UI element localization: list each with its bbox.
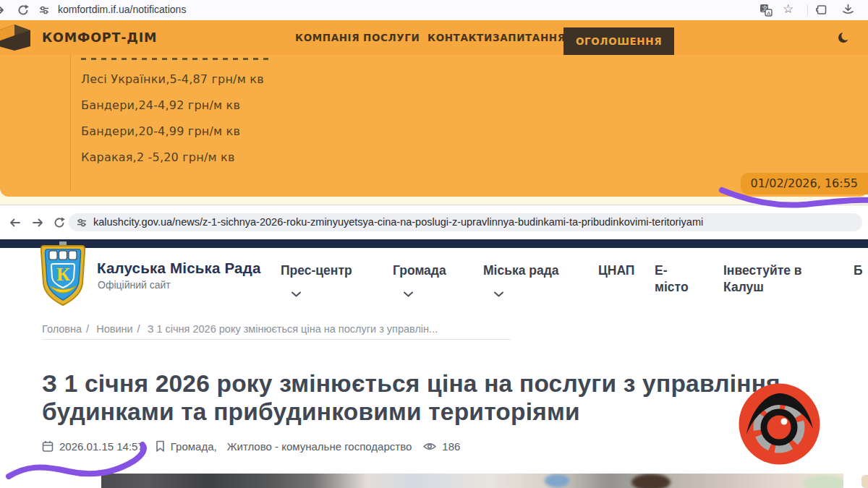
- breadcrumb-home[interactable]: Головна: [42, 323, 82, 335]
- kalush-top-strip: [0, 239, 868, 248]
- breadcrumb-separator: /: [137, 323, 140, 335]
- breadcrumb-separator: /: [86, 323, 89, 335]
- photo-thumbnail-sliver: [861, 475, 868, 488]
- translate-icon[interactable]: 文A: [760, 4, 773, 17]
- site-subtitle: Офіційний сайт: [98, 279, 171, 291]
- reload-icon[interactable]: [54, 217, 65, 228]
- nav-e-misto[interactable]: Е-місто: [655, 262, 694, 296]
- bookmark-icon: [156, 440, 165, 453]
- address-bar-url[interactable]: kalushcity.gov.ua/news/z-1-sichnya-2026-…: [93, 216, 703, 228]
- photo-blur: [101, 474, 843, 488]
- notifications-panel: Лесі Українки,5-4,87 грн/м кв Бандери,24…: [0, 55, 868, 197]
- views-eye-icon: [423, 442, 436, 451]
- download-icon[interactable]: [842, 4, 854, 16]
- calendar-icon: [42, 440, 54, 453]
- notification-line: Лесі Українки,5-4,87 грн/м кв: [81, 72, 264, 86]
- notification-line: Бандери,24-4,92 грн/м кв: [81, 98, 240, 112]
- site-info-icon[interactable]: [77, 218, 87, 228]
- breadcrumb-news[interactable]: Новини: [96, 323, 132, 335]
- nav-poslugy[interactable]: ПОСЛУГИ: [363, 20, 420, 55]
- reload-icon[interactable]: [17, 4, 29, 16]
- dark-mode-moon-icon[interactable]: [838, 31, 851, 44]
- komfortdim-brand[interactable]: КОМФОРТ-ДІМ: [42, 20, 157, 55]
- article-date: 2026.01.15 14:57: [59, 440, 144, 453]
- breadcrumb-current: З 1 січня 2026 року змінюється ціна на п…: [148, 323, 438, 335]
- breadcrumb-underline: [42, 339, 511, 340]
- back-arrow-icon[interactable]: [9, 217, 21, 228]
- article-tag[interactable]: Громада,: [171, 440, 217, 453]
- nav-ogoloshennya-active[interactable]: ОГОЛОШЕННЯ: [563, 27, 674, 55]
- article-photo-banknotes: [101, 474, 843, 488]
- chevron-down-icon: [291, 287, 302, 300]
- screenshot-stage: komfortdim.if.ua/notifications 文A ☆ КОМФ…: [0, 0, 868, 488]
- komfortdim-header: КОМФОРТ-ДІМ КОМПАНІЯ ПОСЛУГИ КОНТАКТИ ЗА…: [0, 20, 868, 55]
- breadcrumb: Головна/ Новини/ З 1 січня 2026 року змі…: [42, 323, 442, 335]
- notification-line: Каракая,2 -5,20 грн/м кв: [81, 150, 235, 164]
- address-bar-url[interactable]: komfortdim.if.ua/notifications: [58, 4, 186, 15]
- forward-arrow-partial-icon[interactable]: [0, 4, 7, 16]
- chevron-down-icon: [493, 287, 504, 300]
- extensions-icon[interactable]: [815, 4, 827, 16]
- svg-text:A: A: [767, 10, 771, 17]
- nav-zapytannya[interactable]: ЗАПИТАННЯ: [493, 20, 566, 55]
- nav-investuyte[interactable]: Інвестуйте в Калуш: [723, 262, 810, 296]
- browser-toolbar-1: komfortdim.if.ua/notifications 文A ☆: [0, 0, 868, 20]
- komfortdim-logo-icon[interactable]: [0, 24, 33, 51]
- clipped-text-remnant: [81, 58, 273, 60]
- notification-timestamp-badge: 01/02/2026, 16:55: [741, 173, 868, 194]
- views-count: 186: [442, 440, 460, 453]
- nav-clipped-item[interactable]: Б: [854, 262, 868, 279]
- kalush-coat-of-arms-logo[interactable]: К: [39, 241, 87, 311]
- toolbar-divider: [807, 5, 808, 15]
- nav-cnap[interactable]: ЦНАП: [598, 262, 634, 279]
- article-title-line1: З 1 січня 2026 року змінюється ціна на п…: [42, 370, 780, 398]
- nav-miska-rada[interactable]: Міська рада: [483, 262, 559, 279]
- article-title-line2: будинками та прибудинковими територіями: [42, 398, 580, 426]
- svg-text:К: К: [56, 264, 70, 285]
- article-tag[interactable]: Житлово - комунальне господарство: [227, 440, 412, 453]
- site-info-icon[interactable]: [39, 5, 49, 15]
- browser-toolbar-2: kalushcity.gov.ua/news/z-1-sichnya-2026-…: [0, 205, 868, 239]
- panel-border-line: [70, 55, 71, 191]
- chevron-down-icon: [403, 287, 414, 300]
- notification-line: Бандери,20-4,99 грн/м кв: [81, 124, 240, 138]
- bookmark-star-icon[interactable]: ☆: [783, 1, 793, 17]
- forward-arrow-icon[interactable]: [32, 217, 44, 228]
- nav-hromada[interactable]: Громада: [393, 262, 446, 279]
- article-meta-row: 2026.01.15 14:57 Громада, Житлово - кому…: [42, 440, 460, 453]
- nav-press-center[interactable]: Прес-центр: [281, 262, 352, 279]
- nav-kompaniya[interactable]: КОМПАНІЯ: [295, 20, 359, 55]
- camera-eye-watermark-logo: [738, 382, 821, 468]
- nav-kontakty[interactable]: КОНТАКТИ: [427, 20, 493, 55]
- site-title[interactable]: Калуська Міська Рада: [97, 260, 261, 277]
